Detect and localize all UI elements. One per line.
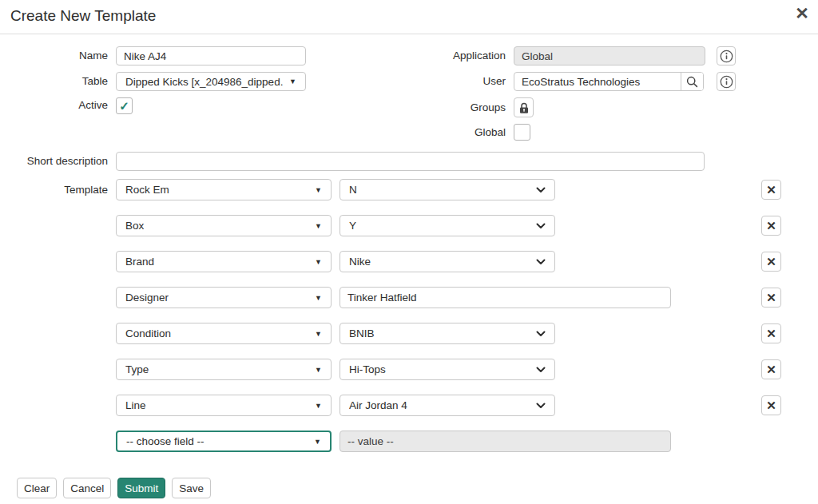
name-label: Name: [0, 46, 108, 65]
value-select[interactable]: Nike: [340, 251, 555, 272]
active-checkbox[interactable]: ✓: [116, 97, 133, 114]
value-select[interactable]: Hi-Tops: [340, 359, 555, 380]
clear-button[interactable]: Clear: [17, 478, 57, 498]
submit-button[interactable]: Submit: [117, 478, 165, 498]
remove-row-button[interactable]: ✕: [761, 252, 781, 272]
table-select-value: Dipped Kicks [x_204986_dipped...: [125, 76, 283, 88]
chevron-down-icon: [536, 363, 546, 375]
remove-row-button[interactable]: ✕: [761, 288, 781, 308]
global-checkbox[interactable]: [514, 124, 530, 141]
short-description-input[interactable]: [116, 152, 705, 171]
remove-row-button[interactable]: ✕: [761, 216, 781, 236]
dropdown-arrow-icon: ▼: [315, 258, 322, 266]
value-select[interactable]: N: [340, 179, 555, 200]
value-select[interactable]: BNIB: [340, 323, 555, 344]
table-label: Table: [0, 72, 108, 91]
application-label: Application: [359, 46, 506, 65]
footer-actions: Clear Cancel Submit Save: [17, 478, 211, 498]
value-select-value: N: [349, 184, 357, 196]
dropdown-arrow-icon: ▼: [315, 294, 322, 302]
field-select-value: -- choose field --: [126, 435, 204, 447]
application-input: [514, 46, 705, 65]
groups-label: Groups: [359, 98, 506, 117]
value-select-value: Y: [349, 220, 356, 232]
value-select[interactable]: Air Jordan 4: [340, 395, 555, 416]
value-input[interactable]: [340, 287, 671, 308]
field-select-value: Line: [125, 399, 146, 411]
remove-row-button[interactable]: ✕: [761, 323, 781, 343]
chevron-down-icon: [536, 220, 546, 232]
user-input[interactable]: [514, 73, 681, 90]
chevron-down-icon: [536, 399, 546, 411]
field-select[interactable]: Box ▼: [116, 215, 332, 236]
value-select[interactable]: Y: [340, 215, 555, 236]
field-select[interactable]: Rock Em ▼: [116, 179, 332, 200]
user-label: User: [359, 72, 506, 91]
field-select[interactable]: Brand ▼: [116, 251, 332, 272]
groups-lock-button[interactable]: [514, 97, 534, 117]
table-select[interactable]: Dipped Kicks [x_204986_dipped... ▼: [116, 72, 306, 91]
user-info-button[interactable]: [717, 72, 736, 91]
dropdown-arrow-icon: ▼: [314, 438, 321, 446]
field-select[interactable]: Line ▼: [116, 395, 332, 416]
lock-icon: [518, 101, 530, 114]
dropdown-arrow-icon: ▼: [289, 77, 296, 85]
value-input: [340, 431, 671, 452]
field-select[interactable]: -- choose field -- ▼: [116, 431, 332, 452]
dropdown-arrow-icon: ▼: [315, 186, 322, 194]
global-label: Global: [359, 124, 506, 141]
chevron-down-icon: [536, 327, 546, 339]
chevron-down-icon: [536, 184, 546, 196]
name-input[interactable]: [116, 46, 306, 65]
active-label: Active: [0, 97, 108, 114]
dropdown-arrow-icon: ▼: [315, 222, 322, 230]
create-template-dialog: Create New Template ✕ Name Application T…: [0, 0, 818, 504]
info-icon: [720, 50, 733, 63]
user-lookup-button[interactable]: [681, 73, 703, 90]
short-description-label: Short description: [0, 152, 108, 171]
field-select-value: Condition: [125, 327, 171, 339]
field-select[interactable]: Type ▼: [116, 359, 332, 380]
remove-row-button[interactable]: ✕: [761, 359, 781, 379]
value-select-value: Air Jordan 4: [349, 399, 407, 411]
field-select-value: Designer: [125, 292, 169, 304]
field-select[interactable]: Designer ▼: [116, 287, 332, 308]
page-title: Create New Template: [10, 7, 156, 25]
user-reference-field: [514, 72, 704, 91]
save-button[interactable]: Save: [172, 478, 211, 498]
value-select-value: Hi-Tops: [349, 363, 386, 375]
remove-row-button[interactable]: ✕: [761, 180, 781, 200]
field-select[interactable]: Condition ▼: [116, 323, 332, 344]
field-select-value: Brand: [125, 256, 154, 268]
template-label: Template: [0, 179, 108, 200]
dropdown-arrow-icon: ▼: [315, 402, 322, 410]
dropdown-arrow-icon: ▼: [315, 330, 322, 338]
field-select-value: Box: [125, 220, 144, 232]
cancel-button[interactable]: Cancel: [63, 478, 111, 498]
close-icon[interactable]: ✕: [792, 3, 812, 24]
info-icon: [720, 75, 733, 89]
application-info-button[interactable]: [717, 46, 736, 65]
field-select-value: Type: [125, 363, 149, 375]
chevron-down-icon: [536, 256, 546, 268]
field-select-value: Rock Em: [125, 184, 169, 196]
check-icon: ✓: [119, 100, 129, 112]
header-divider: [0, 34, 818, 34]
remove-row-button[interactable]: ✕: [761, 395, 781, 415]
dropdown-arrow-icon: ▼: [315, 366, 322, 374]
value-select-value: BNIB: [349, 327, 375, 339]
value-select-value: Nike: [349, 256, 371, 268]
search-icon: [686, 76, 698, 88]
